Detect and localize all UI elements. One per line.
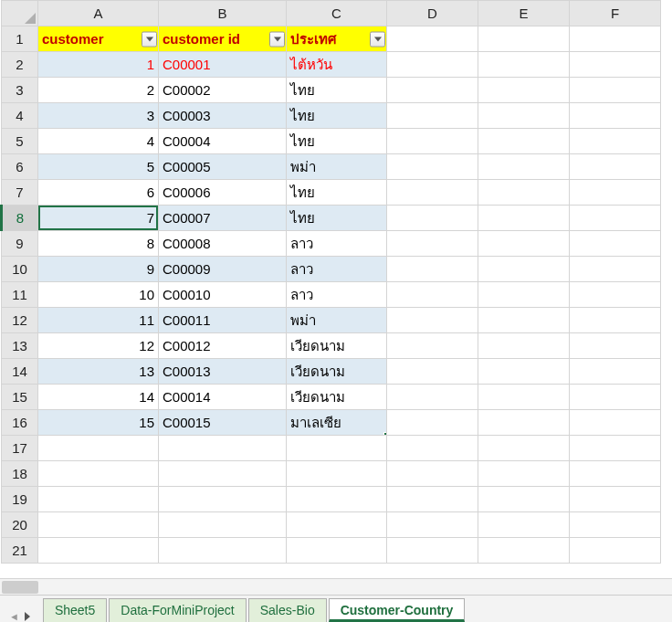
cell-A5[interactable]: 4 [38,129,159,154]
cell-A17[interactable] [38,436,159,461]
row-header-12[interactable]: 12 [2,308,38,333]
cell-E4[interactable] [478,103,570,129]
col-header-A[interactable]: A [38,1,159,26]
row-header-6[interactable]: 6 [2,154,38,180]
cell-D14[interactable] [387,359,478,385]
cell-C2[interactable]: ไต้หวัน [287,52,387,78]
cell-B17[interactable] [159,436,287,461]
cell-D4[interactable] [387,103,478,129]
cell-E21[interactable] [478,538,570,564]
cell-D2[interactable] [387,52,478,78]
cell-A19[interactable] [38,487,159,512]
cell-F8[interactable] [570,206,661,231]
sheet-tab-data-forminiproject[interactable]: Data-ForMiniProject [109,598,246,622]
cell-C3[interactable]: ไทย [287,78,387,103]
row-header-3[interactable]: 3 [2,78,38,103]
row-header-1[interactable]: 1 [2,26,38,52]
row-header-9[interactable]: 9 [2,231,38,257]
row-header-16[interactable]: 16 [2,410,38,436]
cell-F14[interactable] [570,359,661,385]
row-header-2[interactable]: 2 [2,52,38,78]
cell-F15[interactable] [570,385,661,410]
cell-B21[interactable] [159,538,287,564]
cell-A21[interactable] [38,538,159,564]
filter-button-C[interactable] [370,31,385,47]
sheet-tab-sheet5[interactable]: Sheet5 [43,598,107,622]
cell-E20[interactable] [478,512,570,538]
cell-A12[interactable]: 11 [38,308,159,333]
col-header-C[interactable]: C [287,1,387,26]
cell-F16[interactable] [570,410,661,436]
cell-D10[interactable] [387,257,478,282]
cell-A10[interactable]: 9 [38,257,159,282]
row-header-5[interactable]: 5 [2,129,38,154]
cell-C16[interactable]: มาเลเซีย [287,410,387,436]
cell-E17[interactable] [478,436,570,461]
row-header-11[interactable]: 11 [2,282,38,308]
cell-F18[interactable] [570,461,661,487]
cell-B8[interactable]: C00007 [159,206,287,231]
cell-A1[interactable]: customer [38,26,159,52]
cell-A9[interactable]: 8 [38,231,159,257]
cell-B15[interactable]: C00014 [159,385,287,410]
cell-D9[interactable] [387,231,478,257]
cell-F21[interactable] [570,538,661,564]
filter-button-A[interactable] [142,31,157,47]
cell-F10[interactable] [570,257,661,282]
cell-A18[interactable] [38,461,159,487]
cell-C12[interactable]: พม่า [287,308,387,333]
cell-B6[interactable]: C00005 [159,154,287,180]
col-header-E[interactable]: E [478,1,570,26]
cell-C19[interactable] [287,487,387,512]
cell-F2[interactable] [570,52,661,78]
sheet-tab-customer-country[interactable]: Customer-Country [329,598,466,622]
cell-A7[interactable]: 6 [38,180,159,206]
filter-button-B[interactable] [269,31,285,47]
cell-A3[interactable]: 2 [38,78,159,103]
cell-D5[interactable] [387,129,478,154]
sheet-tab-sales-bio[interactable]: Sales-Bio [248,598,327,622]
cell-C5[interactable]: ไทย [287,129,387,154]
cell-F11[interactable] [570,282,661,308]
col-header-B[interactable]: B [159,1,287,26]
cell-D18[interactable] [387,461,478,487]
cell-E9[interactable] [478,231,570,257]
cell-C1[interactable]: ประเทศ [287,26,387,52]
scroll-thumb[interactable] [2,581,38,594]
cell-C17[interactable] [287,436,387,461]
cell-E12[interactable] [478,308,570,333]
row-header-4[interactable]: 4 [2,103,38,129]
row-header-7[interactable]: 7 [2,180,38,206]
row-header-10[interactable]: 10 [2,257,38,282]
row-header-20[interactable]: 20 [2,512,38,538]
cell-B4[interactable]: C00003 [159,103,287,129]
cell-C9[interactable]: ลาว [287,231,387,257]
cell-B1[interactable]: customer id [159,26,287,52]
cell-B5[interactable]: C00004 [159,129,287,154]
cell-D8[interactable] [387,206,478,231]
cell-B10[interactable]: C00009 [159,257,287,282]
cell-D6[interactable] [387,154,478,180]
cell-E8[interactable] [478,206,570,231]
cell-A20[interactable] [38,512,159,538]
cell-C6[interactable]: พม่า [287,154,387,180]
cell-F5[interactable] [570,129,661,154]
horizontal-scrollbar[interactable] [0,578,672,595]
row-header-21[interactable]: 21 [2,538,38,564]
cell-C11[interactable]: ลาว [287,282,387,308]
col-header-D[interactable]: D [387,1,478,26]
cell-B3[interactable]: C00002 [159,78,287,103]
cell-B11[interactable]: C00010 [159,282,287,308]
cell-C4[interactable]: ไทย [287,103,387,129]
cell-E18[interactable] [478,461,570,487]
cell-D12[interactable] [387,308,478,333]
cell-E11[interactable] [478,282,570,308]
cell-A4[interactable]: 3 [38,103,159,129]
cell-B12[interactable]: C00011 [159,308,287,333]
cell-A15[interactable]: 14 [38,385,159,410]
cell-C20[interactable] [287,512,387,538]
cell-E7[interactable] [478,180,570,206]
cell-E6[interactable] [478,154,570,180]
row-header-14[interactable]: 14 [2,359,38,385]
cell-F6[interactable] [570,154,661,180]
